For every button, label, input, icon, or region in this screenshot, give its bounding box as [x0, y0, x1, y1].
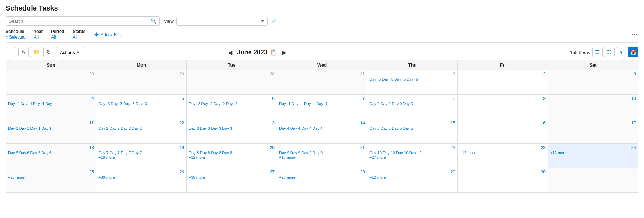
calendar-cell[interactable]: 3	[548, 70, 638, 95]
day-event[interactable]: Day -2 Day -2 Day -2 Day -2	[189, 102, 275, 106]
more-link[interactable]: +20 more	[8, 175, 94, 179]
day-event[interactable]: Day 0 Day 0 Day 0 Day 0	[369, 102, 455, 106]
day-number: 7	[279, 96, 365, 101]
folder-button[interactable]: 📁	[31, 47, 41, 57]
filter-period-value[interactable]: All	[51, 35, 64, 40]
calendar-cell[interactable]: 21Day 9 Day 9 Day 9 Day 9+18 more	[277, 144, 367, 168]
header-sun: Sun	[6, 60, 96, 70]
view-gantt-icon[interactable]: ▼	[616, 47, 626, 57]
page-title: Schedule Tasks	[6, 4, 638, 12]
calendar-cell[interactable]: 12Day 2 Day 2 Day 2 Day 2	[96, 119, 187, 144]
calendar-cell[interactable]: 26+36 more	[96, 168, 187, 193]
calendar-cell[interactable]: 18Day 6 Day 6 Day 6 Day 6	[6, 144, 96, 168]
day-event[interactable]: Day 9 Day 9 Day 9 Day 9	[279, 151, 365, 155]
day-event[interactable]: Day 8 Day 8 Day 8 Day 8	[189, 151, 275, 155]
day-event[interactable]: Day 4 Day 4 Day 4 Day 4	[279, 126, 365, 130]
calendar-cell[interactable]: 2	[458, 70, 548, 95]
prev-month-button[interactable]: ◀	[226, 48, 234, 56]
more-link[interactable]: +12 more	[460, 151, 546, 155]
day-event[interactable]: Day 2 Day 2 Day 2 Day 2	[98, 126, 184, 130]
filter-schedule-value[interactable]: 4 Selected	[6, 35, 26, 40]
day-event[interactable]: Day 1 Day 1 Day 1 Day 1	[8, 126, 94, 130]
calendar-cell[interactable]: 16	[458, 119, 548, 144]
day-event[interactable]: Day 10 Day 10 Day 10 Day 10	[369, 151, 455, 155]
refresh-button[interactable]: ↻	[43, 47, 54, 57]
calendar-week-0: 282930311Day -5 Day -5 Day -5 Day -523	[6, 70, 638, 95]
calendar-cell[interactable]: 22Day 10 Day 10 Day 10 Day 10+27 more	[367, 144, 458, 168]
more-link[interactable]: +12 more	[550, 151, 636, 155]
add-filter-button[interactable]: ⊕ Add a Filter	[94, 30, 124, 38]
filter-status-value[interactable]: All	[72, 35, 85, 40]
filter-period-label: Period	[51, 29, 64, 34]
more-options-icon[interactable]: ⋯	[631, 30, 638, 38]
search-input[interactable]	[9, 19, 151, 24]
calendar-cell[interactable]: 31	[277, 70, 367, 95]
filter-icon[interactable]: ☄	[272, 17, 277, 25]
more-link[interactable]: +12 more	[189, 155, 275, 159]
more-link[interactable]: +16 more	[98, 155, 184, 159]
day-number: 28	[8, 71, 94, 76]
calendar-cell[interactable]: 27+38 more	[187, 168, 277, 193]
more-link[interactable]: +18 more	[279, 155, 365, 159]
day-event[interactable]: Day -5 Day -5 Day -5 Day -5	[369, 77, 455, 81]
calendar-cell[interactable]: 30	[458, 168, 548, 193]
more-link[interactable]: +12 more	[369, 175, 455, 179]
calendar-cell[interactable]: 25+20 more	[6, 168, 96, 193]
more-link[interactable]: +20 more	[279, 175, 365, 179]
calendar-cell[interactable]: 23+12 more	[458, 144, 548, 168]
view-grid-icon[interactable]: ☷	[604, 47, 615, 57]
add-button[interactable]: +	[6, 47, 16, 57]
view-select[interactable]	[176, 17, 268, 26]
toolbar: + ✎ 📁 ↻ Actions ▼ ◀ June 2023 📋 ▶ 155 It…	[6, 45, 638, 60]
calendar-cell[interactable]: 28	[6, 70, 96, 95]
calendar-cell[interactable]: 28+20 more	[277, 168, 367, 193]
filter-row: Schedule 4 Selected Year All Period All …	[6, 29, 638, 43]
filter-schedule-label: Schedule	[6, 29, 26, 34]
calendar-cell[interactable]: 8Day 0 Day 0 Day 0 Day 0	[367, 95, 458, 119]
day-number: 15	[369, 121, 455, 125]
next-month-button[interactable]: ▶	[280, 48, 289, 56]
more-link[interactable]: +36 more	[98, 175, 184, 179]
calendar-cell[interactable]: 15Day 5 Day 5 Day 5 Day 5	[367, 119, 458, 144]
day-event[interactable]: Day -4 Day -4 Day -4 Day -4	[8, 102, 94, 106]
calendar-cell[interactable]: 29	[96, 70, 187, 95]
calendar-cell[interactable]: 19Day 7 Day 7 Day 7 Day 7+16 more	[96, 144, 187, 168]
add-filter-icon: ⊕	[94, 30, 99, 38]
filter-status: Status All	[72, 29, 85, 40]
calendar-cell[interactable]: 1	[548, 168, 638, 193]
day-number: 13	[189, 121, 275, 125]
day-event[interactable]: Day 6 Day 6 Day 6 Day 6	[8, 151, 94, 155]
day-event[interactable]: Day 3 Day 3 Day 3 Day 3	[189, 126, 275, 130]
view-calendar-icon[interactable]: 📅	[628, 47, 638, 57]
calendar-cell[interactable]: 11Day 1 Day 1 Day 1 Day 1	[6, 119, 96, 144]
calendar-cell[interactable]: 6Day -2 Day -2 Day -2 Day -2	[187, 95, 277, 119]
calendar-cell[interactable]: 30	[187, 70, 277, 95]
calendar-cell[interactable]: 10	[548, 95, 638, 119]
calendar-cell[interactable]: 29+12 more	[367, 168, 458, 193]
calendar-week-2: 11Day 1 Day 1 Day 1 Day 112Day 2 Day 2 D…	[6, 119, 638, 144]
calendar-cell[interactable]: 20Day 8 Day 8 Day 8 Day 8+12 more	[187, 144, 277, 168]
calendar-copy-icon[interactable]: 📋	[270, 49, 277, 56]
calendar-cell[interactable]: 7Day -1 Day -1 Day -1 Day -1	[277, 95, 367, 119]
more-link[interactable]: +38 more	[189, 175, 275, 179]
calendar-cell[interactable]: 1Day -5 Day -5 Day -5 Day -5	[367, 70, 458, 95]
calendar-cell[interactable]: 24+12 more	[548, 144, 638, 168]
filter-year-value[interactable]: All	[34, 35, 43, 40]
calendar-cell[interactable]: 14Day 4 Day 4 Day 4 Day 4	[277, 119, 367, 144]
day-number: 29	[369, 170, 455, 175]
more-link[interactable]: +27 more	[369, 155, 455, 159]
day-event[interactable]: Day -1 Day -1 Day -1 Day -1	[279, 102, 365, 106]
day-number: 25	[8, 170, 94, 175]
day-event[interactable]: Day 7 Day 7 Day 7 Day 7	[98, 151, 184, 155]
calendar-cell[interactable]: 17	[548, 119, 638, 144]
calendar-cell[interactable]: 4Day -4 Day -4 Day -4 Day -4	[6, 95, 96, 119]
calendar-cell[interactable]: 5Day -3 Day -3 Day -3 Day -3	[96, 95, 187, 119]
edit-button[interactable]: ✎	[18, 47, 29, 57]
day-event[interactable]: Day 5 Day 5 Day 5 Day 5	[369, 126, 455, 130]
calendar-cell[interactable]: 13Day 3 Day 3 Day 3 Day 3	[187, 119, 277, 144]
actions-button[interactable]: Actions ▼	[56, 47, 84, 57]
day-number: 2	[460, 71, 546, 76]
calendar-cell[interactable]: 9	[458, 95, 548, 119]
day-event[interactable]: Day -3 Day -3 Day -3 Day -3	[98, 102, 184, 106]
view-list-icon[interactable]: ☰	[592, 47, 603, 57]
